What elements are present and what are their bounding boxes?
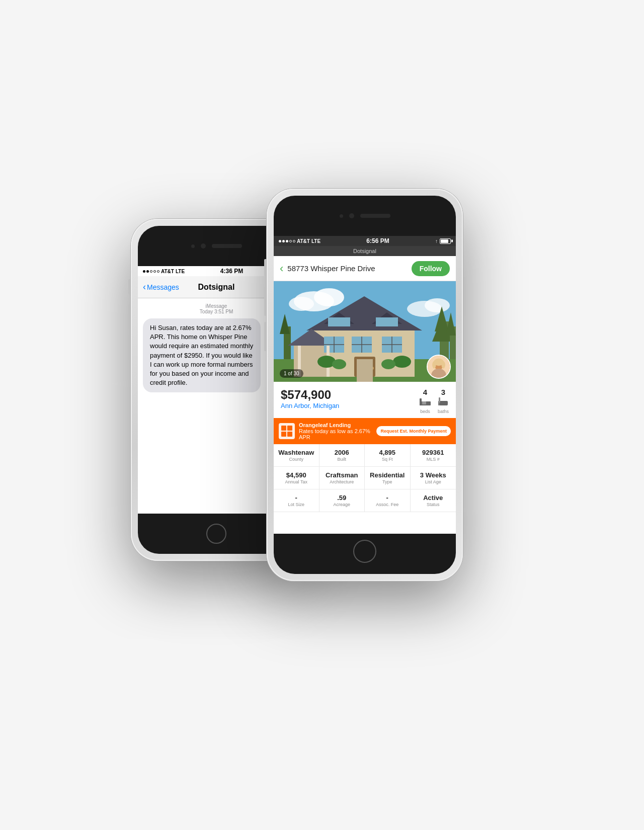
age-value: 3 Weeks bbox=[414, 471, 453, 479]
beds-label: beds bbox=[420, 409, 430, 414]
tax-value: $4,590 bbox=[277, 471, 316, 479]
detail-lot: - Lot Size bbox=[274, 489, 319, 512]
detail-arch: Craftsman Architecture bbox=[319, 467, 365, 489]
detail-type: Residential Type bbox=[365, 467, 411, 489]
property-dot bbox=[340, 214, 343, 218]
address-bar: ‹ 58773 Whisper Pine Drive Follow bbox=[274, 256, 456, 281]
property-details-grid: Washtenaw County 2006 Built 4,895 Sq Ft bbox=[274, 444, 456, 512]
lending-text: Orangeleaf Lending Rates today as low as… bbox=[299, 422, 372, 440]
property-status-left: AT&T LTE bbox=[279, 238, 320, 244]
prop-time: 6:56 PM bbox=[366, 237, 389, 244]
logo-sq-4 bbox=[287, 432, 292, 437]
volume-up-button-2 bbox=[264, 287, 266, 316]
assoc-label: Assoc. Fee bbox=[368, 502, 407, 507]
signal-dot-3 bbox=[150, 270, 152, 273]
prop-carrier: AT&T bbox=[297, 238, 310, 244]
phones-container: AT&T LTE 4:36 PM ‹ bbox=[116, 189, 528, 742]
age-label: List Age bbox=[414, 479, 453, 484]
back-button[interactable]: ‹ Messages bbox=[143, 283, 179, 291]
acreage-value: .59 bbox=[323, 494, 362, 502]
tax-label: Annual Tax bbox=[277, 479, 316, 484]
beds-baths: 4 beds 3 baths bbox=[420, 388, 449, 414]
prop-battery-fill bbox=[441, 239, 448, 243]
logo-sq-3 bbox=[281, 432, 286, 437]
phone-property-inner: AT&T LTE 6:56 PM ↑ Dotsignal bbox=[274, 196, 456, 574]
arrow-icon: ↑ bbox=[435, 238, 438, 244]
status-value: Active bbox=[414, 494, 453, 502]
messages-time: 4:36 PM bbox=[220, 268, 243, 275]
property-speaker bbox=[360, 214, 390, 218]
lending-banner[interactable]: Orangeleaf Lending Rates today as low as… bbox=[274, 418, 456, 444]
prop-signal-4 bbox=[289, 240, 292, 242]
messages-camera bbox=[201, 243, 206, 248]
svg-rect-48 bbox=[422, 401, 426, 404]
type-value: Residential bbox=[368, 471, 407, 479]
message-bubble: Hi Susan, rates today are at 2.67% APR. … bbox=[143, 318, 261, 392]
lending-rate: Rates today as low as 2.67% APR bbox=[299, 428, 372, 440]
detail-mls: 929361 MLS # bbox=[411, 444, 456, 466]
prop-signal-5 bbox=[293, 240, 295, 242]
svg-rect-17 bbox=[328, 317, 350, 326]
lending-logo-inner bbox=[281, 426, 292, 437]
prop-home-button[interactable] bbox=[353, 540, 376, 563]
mls-label: MLS # bbox=[414, 457, 453, 462]
back-chevron-icon: ‹ bbox=[143, 282, 146, 291]
svg-rect-19 bbox=[376, 317, 398, 326]
detail-acreage: .59 Acreage bbox=[319, 489, 365, 512]
logo-sq-2 bbox=[287, 426, 292, 431]
acreage-label: Acreage bbox=[323, 502, 362, 507]
messages-dot bbox=[191, 244, 195, 248]
details-row-1: Washtenaw County 2006 Built 4,895 Sq Ft bbox=[274, 444, 456, 467]
built-label: Built bbox=[323, 457, 362, 462]
detail-age: 3 Weeks List Age bbox=[411, 467, 456, 489]
details-row-3: - Lot Size .59 Acreage - Assoc. Fee bbox=[274, 489, 456, 512]
volume-up-button bbox=[128, 304, 130, 329]
phone-property-top bbox=[274, 196, 456, 236]
detail-status: Active Status bbox=[411, 489, 456, 512]
signal-dot-4 bbox=[153, 270, 156, 273]
carrier-label: AT&T bbox=[161, 269, 174, 274]
baths-item: 3 baths bbox=[438, 388, 449, 414]
property-screen: AT&T LTE 6:56 PM ↑ Dotsignal bbox=[274, 236, 456, 534]
prop-back-arrow-icon[interactable]: ‹ bbox=[280, 262, 283, 275]
county-value: Washtenaw bbox=[277, 449, 316, 456]
follow-button[interactable]: Follow bbox=[412, 261, 450, 276]
volume-down-button-2 bbox=[264, 322, 266, 351]
detail-tax: $4,590 Annual Tax bbox=[274, 467, 319, 489]
svg-point-52 bbox=[439, 401, 440, 403]
svg-rect-49 bbox=[439, 401, 448, 405]
property-status-bar: AT&T LTE 6:56 PM ↑ bbox=[274, 236, 456, 246]
property-address: 58773 Whisper Pine Drive bbox=[287, 264, 407, 273]
phone-property: AT&T LTE 6:56 PM ↑ Dotsignal bbox=[267, 189, 463, 581]
back-label: Messages bbox=[147, 283, 179, 291]
agent-avatar[interactable] bbox=[427, 355, 451, 379]
property-image[interactable]: 1 of 30 bbox=[274, 281, 456, 382]
volume-down-button bbox=[128, 335, 130, 360]
messages-status-left: AT&T LTE bbox=[143, 269, 185, 274]
lending-name: Orangeleaf Lending bbox=[299, 422, 372, 428]
svg-point-38 bbox=[332, 359, 346, 369]
power-button-2 bbox=[463, 277, 465, 317]
svg-point-3 bbox=[289, 297, 314, 311]
price-left: $574,900 Ann Arbor, Michigan bbox=[281, 388, 339, 409]
baths-label: baths bbox=[438, 409, 449, 414]
prop-home-area bbox=[274, 529, 456, 574]
image-counter: 1 of 30 bbox=[280, 369, 303, 378]
lending-cta-button[interactable]: Request Est. Monthly Payment bbox=[376, 426, 451, 437]
beds-count: 4 bbox=[423, 388, 427, 396]
messages-speaker bbox=[212, 244, 242, 248]
price-location: Ann Arbor, Michigan bbox=[281, 402, 339, 409]
prop-network: LTE bbox=[311, 238, 320, 244]
svg-rect-35 bbox=[357, 359, 373, 382]
signal-dots bbox=[143, 270, 159, 273]
signal-dot-5 bbox=[157, 270, 159, 273]
baths-count: 3 bbox=[441, 388, 445, 396]
scene: AT&T LTE 4:36 PM ‹ bbox=[0, 0, 644, 830]
home-button[interactable] bbox=[206, 524, 226, 544]
mls-value: 929361 bbox=[414, 449, 453, 456]
details-row-2: $4,590 Annual Tax Craftsman Architecture… bbox=[274, 467, 456, 489]
mute-button bbox=[128, 279, 130, 294]
logo-sq-1 bbox=[281, 426, 286, 431]
svg-point-37 bbox=[393, 356, 411, 368]
beds-item: 4 beds bbox=[420, 388, 431, 414]
